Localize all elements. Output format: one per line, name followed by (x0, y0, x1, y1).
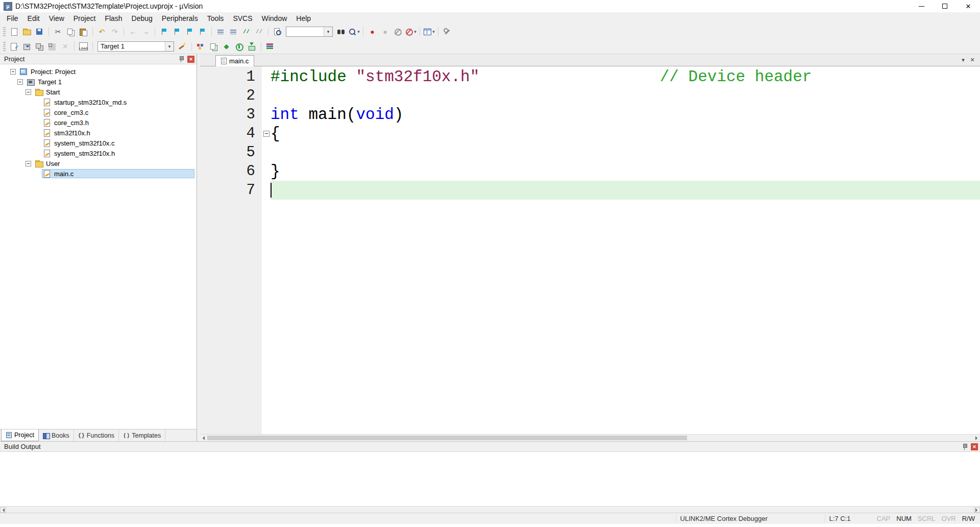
undo-button[interactable]: ↶ (95, 26, 108, 38)
minimize-button[interactable] (910, 0, 933, 12)
menu-view[interactable]: View (44, 12, 69, 25)
comment-button[interactable]: // (240, 26, 253, 38)
tree-item-stm32f10x-h[interactable]: stm32f10x.h (0, 128, 197, 138)
tree-item-project-project[interactable]: Project: Project (0, 66, 197, 77)
disable-breakpoint-button[interactable]: ● (379, 26, 391, 38)
paste-button[interactable] (77, 26, 90, 38)
tree-expander-icon[interactable] (26, 161, 31, 166)
target-select-dropdown-icon[interactable]: ▾ (165, 42, 174, 51)
code-text[interactable]: { (271, 124, 980, 143)
menu-window[interactable]: Window (257, 12, 292, 25)
menu-debug[interactable]: Debug (127, 12, 157, 25)
line-number-7[interactable]: 7 (200, 181, 262, 200)
tree-item-core-cm3-h[interactable]: core_cm3.h (0, 117, 197, 128)
menu-help[interactable]: Help (291, 12, 315, 25)
indent-button[interactable] (227, 26, 240, 38)
code-line-6[interactable]: 6} (200, 162, 980, 181)
code-text[interactable]: } (271, 162, 980, 181)
menu-svcs[interactable]: SVCS (228, 12, 257, 25)
kill-all-breakpoints-button-dropdown-icon[interactable]: ▾ (414, 29, 416, 34)
configuration-button[interactable] (441, 26, 454, 38)
new-file-button[interactable] (8, 26, 20, 38)
panel-tab-templates[interactable]: ()Templates (119, 429, 165, 441)
tree-item-core-cm3-c[interactable]: core_cm3.c (0, 107, 197, 117)
incremental-find-button-dropdown-icon[interactable]: ▾ (357, 29, 360, 34)
scroll-left-arrow[interactable] (0, 507, 6, 513)
books-environment-button[interactable] (264, 40, 277, 53)
menu-flash[interactable]: Flash (100, 12, 127, 25)
options-for-target-button[interactable] (176, 40, 189, 53)
code-text[interactable] (271, 181, 980, 200)
find-button[interactable] (335, 26, 348, 38)
find-combo[interactable]: ▾ (286, 27, 333, 37)
tree-expander-icon[interactable] (17, 79, 23, 85)
translate-button[interactable] (8, 40, 20, 53)
line-number-5[interactable]: 5 (200, 143, 262, 162)
editor-tab-main-c[interactable]: main.c (215, 55, 254, 66)
code-line-1[interactable]: 1#include "stm32f10x.h" // Device header (200, 67, 980, 86)
navigate-back-button[interactable]: ← (127, 26, 139, 38)
pin-icon[interactable] (179, 56, 184, 62)
manage-project-items-button[interactable] (207, 40, 220, 53)
close-button[interactable]: ✕ (957, 0, 980, 12)
unindent-button[interactable] (214, 26, 227, 38)
clear-bookmarks-button[interactable] (196, 26, 209, 38)
editor-body[interactable]: 1#include "stm32f10x.h" // Device header… (200, 66, 980, 434)
scroll-right-arrow[interactable] (974, 507, 980, 513)
navigate-forward-button[interactable]: → (139, 26, 152, 38)
rebuild-button[interactable] (33, 40, 46, 53)
line-number-2[interactable]: 2 (200, 86, 262, 105)
file-extensions-button[interactable] (194, 40, 207, 53)
menu-tools[interactable]: Tools (203, 12, 229, 25)
find-combo-dropdown-icon[interactable]: ▾ (324, 27, 332, 36)
scroll-left-arrow[interactable] (200, 436, 206, 441)
download-button[interactable]: LOAD (77, 40, 90, 53)
panel-tab-functions[interactable]: {}Functions (74, 429, 119, 441)
line-number-3[interactable]: 3 (200, 105, 262, 124)
line-number-1[interactable]: 1 (200, 67, 262, 86)
code-line-7[interactable]: 7 (200, 181, 980, 200)
previous-bookmark-button[interactable] (170, 26, 183, 38)
scroll-right-arrow[interactable] (974, 436, 980, 441)
insert-breakpoint-button[interactable]: ● (366, 26, 379, 38)
code-line-3[interactable]: 3int main(void) (200, 105, 980, 124)
project-panel-close-button[interactable]: ✕ (187, 56, 194, 63)
next-bookmark-button[interactable] (183, 26, 196, 38)
copy-button[interactable] (64, 26, 77, 38)
tree-expander-icon[interactable] (10, 69, 16, 75)
tree-item-user[interactable]: User (0, 158, 197, 169)
incremental-find-button[interactable]: ▾ (348, 26, 360, 38)
menu-file[interactable]: File (2, 12, 23, 25)
stop-build-button[interactable]: ✕ (59, 40, 71, 53)
code-line-5[interactable]: 5 (200, 143, 980, 162)
open-file-button[interactable] (20, 26, 33, 38)
toggle-bookmark-button[interactable] (158, 26, 170, 38)
kill-all-breakpoints-button[interactable]: ▾ (404, 26, 417, 38)
menu-project[interactable]: Project (69, 12, 101, 25)
menu-peripherals[interactable]: Peripherals (157, 12, 203, 25)
tab-list-dropdown-button[interactable]: ▾ (959, 56, 968, 65)
build-output-close-button[interactable]: ✕ (971, 443, 978, 450)
menu-edit[interactable]: Edit (23, 12, 44, 25)
redo-button[interactable]: ↷ (108, 26, 121, 38)
batch-build-button[interactable] (46, 40, 59, 53)
find-in-files-button[interactable] (271, 26, 284, 38)
build-output-content[interactable] (0, 452, 980, 506)
save-button[interactable] (33, 26, 46, 38)
tree-item-startup-stm32f10x-md-s[interactable]: startup_stm32f10x_md.s (0, 97, 197, 107)
debug-windows-button[interactable]: ▾ (423, 26, 435, 38)
close-tab-button[interactable]: ✕ (968, 56, 977, 65)
uncomment-button[interactable]: // (253, 26, 265, 38)
target-select[interactable]: Target 1▾ (97, 41, 174, 52)
tree-item-target-1[interactable]: Target 1 (0, 77, 197, 87)
pin-icon[interactable] (962, 443, 967, 450)
manage-rte-button[interactable]: ◆ (220, 40, 233, 53)
code-text[interactable]: #include "stm32f10x.h" // Device header (271, 67, 980, 86)
disable-all-breakpoints-button[interactable] (391, 26, 404, 38)
tree-item-system-stm32f10x-h[interactable]: system_stm32f10x.h (0, 148, 197, 158)
build-button[interactable] (20, 40, 33, 53)
editor-horizontal-scrollbar[interactable] (200, 434, 980, 441)
tree-item-system-stm32f10x-c[interactable]: system_stm32f10x.c (0, 138, 197, 148)
code-text[interactable]: int main(void) (271, 105, 980, 124)
tree-expander-icon[interactable] (26, 89, 31, 95)
